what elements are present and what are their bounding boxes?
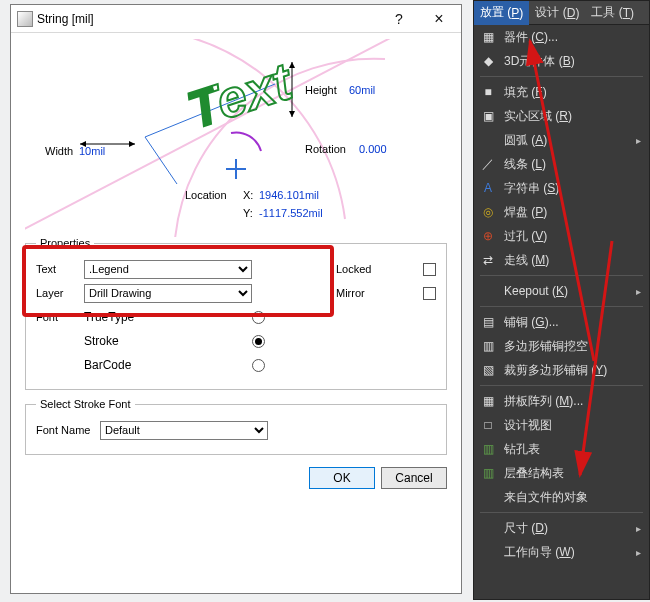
locked-checkbox[interactable] xyxy=(423,263,436,276)
menu-item-label: 钻孔表 xyxy=(504,441,540,458)
stackup-icon: ▥ xyxy=(480,465,496,481)
menu-item-label: 来自文件的对象 xyxy=(504,489,588,506)
menu-item[interactable]: 圆弧 (A)▸ xyxy=(474,128,649,152)
menu-item[interactable]: 尺寸 (D)▸ xyxy=(474,516,649,540)
menu-separator xyxy=(480,512,643,513)
cutout-icon: ▥ xyxy=(480,338,496,354)
pad-icon: ◎ xyxy=(480,204,496,220)
layer-select[interactable]: Drill Drawing xyxy=(84,284,252,303)
rotation-value[interactable]: 0.000 xyxy=(359,143,387,155)
menu-separator xyxy=(480,306,643,307)
menu-item-label: 设计视图 xyxy=(504,417,552,434)
place-menu-panel: 放置 (P)设计 (D)工具 (T) ▦器件 (C)...◆3D元件体 (B)■… xyxy=(473,0,650,600)
height-value[interactable]: 60mil xyxy=(349,84,375,96)
fontname-label: Font Name xyxy=(36,424,100,436)
menu-item[interactable]: ⊕过孔 (V) xyxy=(474,224,649,248)
cube-icon: ◆ xyxy=(480,53,496,69)
menu-item-label: 焊盘 (P) xyxy=(504,204,547,221)
menu-tab[interactable]: 工具 (T) xyxy=(585,1,640,25)
stroke-font-group: Select Stroke Font Font Name Default xyxy=(25,398,447,455)
menu-item[interactable]: ■填充 (F) xyxy=(474,80,649,104)
slice-icon: ▧ xyxy=(480,362,496,378)
menu-item-label: Keepout (K) xyxy=(504,284,568,298)
text-label: Text xyxy=(36,263,84,275)
font-barcode-label: BarCode xyxy=(84,358,252,372)
menu-item-label: 走线 (M) xyxy=(504,252,549,269)
title-bar[interactable]: String [mil] ? × xyxy=(11,5,461,33)
menu-item-label: 线条 (L) xyxy=(504,156,546,173)
menu-item-label: 拼板阵列 (M)... xyxy=(504,393,583,410)
font-truetype-label: TrueType xyxy=(84,310,252,324)
layer-label: Layer xyxy=(36,287,84,299)
blank-icon xyxy=(480,520,496,536)
menu-item[interactable]: ／线条 (L) xyxy=(474,152,649,176)
menu-separator xyxy=(480,275,643,276)
dialog-title: String [mil] xyxy=(37,12,94,26)
barcode-radio[interactable] xyxy=(252,359,265,372)
menu-item-label: 过孔 (V) xyxy=(504,228,547,245)
menu-item[interactable]: ▥层叠结构表 xyxy=(474,461,649,485)
ok-button[interactable]: OK xyxy=(309,467,375,489)
cancel-button[interactable]: Cancel xyxy=(381,467,447,489)
menu-item[interactable]: ▥多边形铺铜挖空 xyxy=(474,334,649,358)
text-select[interactable]: .Legend xyxy=(84,260,252,279)
menu-item[interactable]: ◎焊盘 (P) xyxy=(474,200,649,224)
width-label: Width xyxy=(45,145,73,157)
menu-item[interactable]: ▦器件 (C)... xyxy=(474,25,649,49)
location-y-value[interactable]: -1117.552mil xyxy=(259,207,323,219)
app-icon xyxy=(17,11,33,27)
menu-item-label: 3D元件体 (B) xyxy=(504,53,575,70)
menu-item[interactable]: ⇄走线 (M) xyxy=(474,248,649,272)
track-icon: ⇄ xyxy=(480,252,496,268)
menu-separator xyxy=(480,76,643,77)
line-icon: ／ xyxy=(480,156,496,172)
menu-item[interactable]: A字符串 (S) xyxy=(474,176,649,200)
menu-tab[interactable]: 放置 (P) xyxy=(474,1,529,25)
mirror-label: Mirror xyxy=(336,287,365,299)
menu-item-label: 铺铜 (G)... xyxy=(504,314,559,331)
menu-item[interactable]: ▦拼板阵列 (M)... xyxy=(474,389,649,413)
location-x-value[interactable]: 1946.101mil xyxy=(259,189,319,201)
blank-icon xyxy=(480,283,496,299)
height-label: Height xyxy=(305,84,337,96)
menu-item-label: 字符串 (S) xyxy=(504,180,559,197)
stroke-radio[interactable] xyxy=(252,335,265,348)
menu-item[interactable]: ◆3D元件体 (B) xyxy=(474,49,649,73)
mirror-checkbox[interactable] xyxy=(423,287,436,300)
help-button[interactable]: ? xyxy=(379,5,419,33)
menu-item-label: 填充 (F) xyxy=(504,84,547,101)
drilltable-icon: ▥ xyxy=(480,441,496,457)
fontname-select[interactable]: Default xyxy=(100,421,268,440)
font-label: Font xyxy=(36,311,84,323)
menu-item-label: 多边形铺铜挖空 xyxy=(504,338,588,355)
locked-label: Locked xyxy=(336,263,371,275)
pour-icon: ▤ xyxy=(480,314,496,330)
array-icon: ▦ xyxy=(480,393,496,409)
menu-item[interactable]: ▧裁剪多边形铺铜 (Y) xyxy=(474,358,649,382)
menu-item-label: 实心区域 (R) xyxy=(504,108,572,125)
string-icon: A xyxy=(480,180,496,196)
menu-item[interactable]: ▤铺铜 (G)... xyxy=(474,310,649,334)
location-label: Location xyxy=(185,189,227,201)
menu-item[interactable]: 来自文件的对象 xyxy=(474,485,649,509)
via-icon: ⊕ xyxy=(480,228,496,244)
menu-item-label: 裁剪多边形铺铜 (Y) xyxy=(504,362,607,379)
menu-item[interactable]: □设计视图 xyxy=(474,413,649,437)
truetype-radio[interactable] xyxy=(252,311,265,324)
submenu-arrow-icon: ▸ xyxy=(636,286,641,297)
region-icon: ▣ xyxy=(480,108,496,124)
menu-item[interactable]: 工作向导 (W)▸ xyxy=(474,540,649,564)
submenu-arrow-icon: ▸ xyxy=(636,135,641,146)
menu-item[interactable]: ▣实心区域 (R) xyxy=(474,104,649,128)
close-button[interactable]: × xyxy=(419,5,459,33)
menu-separator xyxy=(480,385,643,386)
menu-item[interactable]: ▥钻孔表 xyxy=(474,437,649,461)
menu-item[interactable]: Keepout (K)▸ xyxy=(474,279,649,303)
blank-icon xyxy=(480,489,496,505)
menu-tab[interactable]: 设计 (D) xyxy=(529,1,585,25)
submenu-arrow-icon: ▸ xyxy=(636,523,641,534)
blank-icon xyxy=(480,132,496,148)
component-icon: ▦ xyxy=(480,29,496,45)
width-value[interactable]: 10mil xyxy=(79,145,105,157)
menu-item-label: 器件 (C)... xyxy=(504,29,558,46)
